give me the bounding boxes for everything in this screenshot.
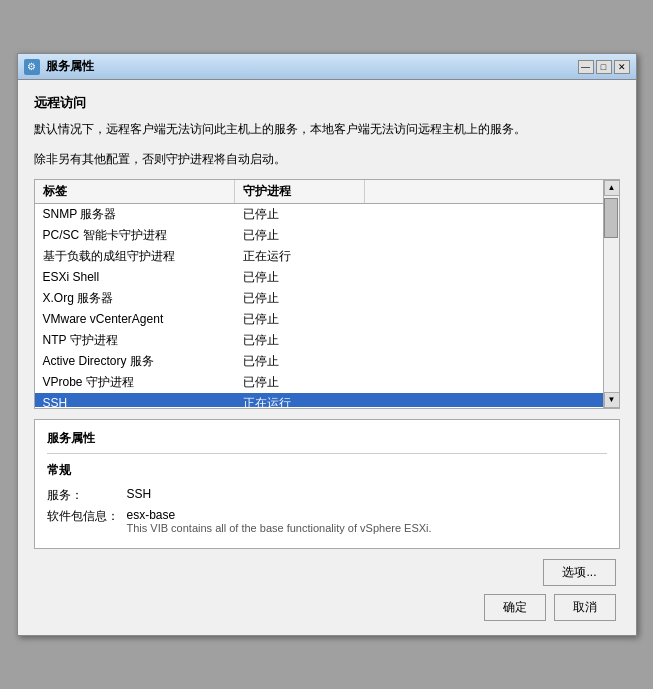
- row-status: 已停止: [235, 372, 365, 393]
- options-row: 选项...: [34, 559, 620, 586]
- general-subtitle: 常规: [47, 462, 607, 479]
- table-row[interactable]: VProbe 守护进程已停止: [35, 372, 619, 393]
- package-desc: This VIB contains all of the base functi…: [127, 522, 432, 534]
- remote-access-title: 远程访问: [34, 94, 620, 112]
- table-row[interactable]: X.Org 服务器已停止: [35, 288, 619, 309]
- row-extra: [365, 254, 619, 258]
- row-label: VProbe 守护进程: [35, 372, 235, 393]
- row-label: Active Directory 服务: [35, 351, 235, 372]
- bottom-buttons: 确定 取消: [34, 594, 620, 621]
- title-buttons: — □ ✕: [578, 60, 630, 74]
- close-button[interactable]: ✕: [614, 60, 630, 74]
- row-status: 已停止: [235, 288, 365, 309]
- row-status: 已停止: [235, 330, 365, 351]
- ok-button[interactable]: 确定: [484, 594, 546, 621]
- package-value-container: esx-base This VIB contains all of the ba…: [127, 508, 432, 534]
- row-label: ESXi Shell: [35, 268, 235, 286]
- row-label: SSH: [35, 394, 235, 407]
- row-label: NTP 守护进程: [35, 330, 235, 351]
- minimize-button[interactable]: —: [578, 60, 594, 74]
- row-extra: [365, 275, 619, 279]
- row-status: 已停止: [235, 267, 365, 288]
- window-title: 服务属性: [46, 58, 94, 75]
- col-label: 标签: [35, 180, 235, 203]
- table-body: SNMP 服务器已停止PC/SC 智能卡守护进程已停止基于负载的成组守护进程正在…: [35, 204, 619, 407]
- package-value: esx-base: [127, 508, 432, 522]
- row-extra: [365, 401, 619, 405]
- col-status: 守护进程: [235, 180, 365, 203]
- cancel-button[interactable]: 取消: [554, 594, 616, 621]
- scroll-up-button[interactable]: ▲: [604, 180, 620, 196]
- table-row[interactable]: 基于负载的成组守护进程正在运行: [35, 246, 619, 267]
- remote-access-desc1: 默认情况下，远程客户端无法访问此主机上的服务，本地客户端无法访问远程主机上的服务…: [34, 120, 620, 139]
- row-label: SNMP 服务器: [35, 204, 235, 225]
- row-extra: [365, 317, 619, 321]
- service-properties-title: 服务属性: [47, 430, 607, 447]
- service-properties-panel: 服务属性 常规 服务： SSH 软件包信息： esx-base This VIB…: [34, 419, 620, 549]
- row-label: X.Org 服务器: [35, 288, 235, 309]
- options-button[interactable]: 选项...: [543, 559, 615, 586]
- service-name-row: 服务： SSH: [47, 487, 607, 504]
- row-label: 基于负载的成组守护进程: [35, 246, 235, 267]
- title-bar-left: ⚙ 服务属性: [24, 58, 94, 75]
- divider: [47, 453, 607, 454]
- scrollbar[interactable]: ▲ ▼: [603, 180, 619, 408]
- row-extra: [365, 380, 619, 384]
- package-info-row: 软件包信息： esx-base This VIB contains all of…: [47, 508, 607, 534]
- row-extra: [365, 338, 619, 342]
- scroll-thumb[interactable]: [604, 198, 618, 238]
- table-row[interactable]: NTP 守护进程已停止: [35, 330, 619, 351]
- service-value: SSH: [127, 487, 152, 501]
- title-bar: ⚙ 服务属性 — □ ✕: [18, 54, 636, 80]
- table-row[interactable]: VMware vCenterAgent已停止: [35, 309, 619, 330]
- row-status: 已停止: [235, 309, 365, 330]
- table-row[interactable]: PC/SC 智能卡守护进程已停止: [35, 225, 619, 246]
- services-table: 标签 守护进程 SNMP 服务器已停止PC/SC 智能卡守护进程已停止基于负载的…: [34, 179, 620, 409]
- package-label: 软件包信息：: [47, 508, 127, 525]
- table-row[interactable]: SSH正在运行: [35, 393, 619, 407]
- service-label: 服务：: [47, 487, 127, 504]
- row-status: 正在运行: [235, 393, 365, 407]
- row-status: 已停止: [235, 204, 365, 225]
- remote-access-desc2: 除非另有其他配置，否则守护进程将自动启动。: [34, 150, 620, 169]
- row-extra: [365, 359, 619, 363]
- row-extra: [365, 212, 619, 216]
- table-row[interactable]: SNMP 服务器已停止: [35, 204, 619, 225]
- col-extra: [365, 180, 619, 203]
- table-row[interactable]: Active Directory 服务已停止: [35, 351, 619, 372]
- main-content: 远程访问 默认情况下，远程客户端无法访问此主机上的服务，本地客户端无法访问远程主…: [18, 80, 636, 634]
- row-label: PC/SC 智能卡守护进程: [35, 225, 235, 246]
- row-status: 已停止: [235, 351, 365, 372]
- window-icon: ⚙: [24, 59, 40, 75]
- table-header: 标签 守护进程: [35, 180, 619, 204]
- scroll-down-button[interactable]: ▼: [604, 392, 620, 408]
- row-label: VMware vCenterAgent: [35, 310, 235, 328]
- row-extra: [365, 233, 619, 237]
- row-extra: [365, 296, 619, 300]
- maximize-button[interactable]: □: [596, 60, 612, 74]
- row-status: 已停止: [235, 225, 365, 246]
- main-window: ⚙ 服务属性 — □ ✕ 远程访问 默认情况下，远程客户端无法访问此主机上的服务…: [17, 53, 637, 635]
- table-row[interactable]: ESXi Shell已停止: [35, 267, 619, 288]
- row-status: 正在运行: [235, 246, 365, 267]
